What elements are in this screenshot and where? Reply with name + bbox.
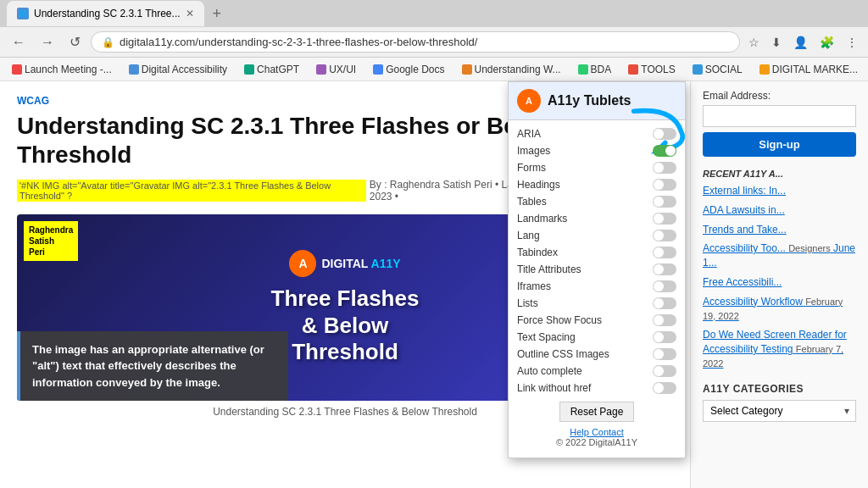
title-attr-toggle[interactable] xyxy=(653,263,676,275)
tab-close-button[interactable]: ✕ xyxy=(186,8,194,19)
forward-button[interactable]: → xyxy=(36,31,59,53)
category-select[interactable]: Select Category xyxy=(703,400,856,422)
lock-icon: 🔒 xyxy=(102,36,114,48)
popup-images-label: Images xyxy=(517,145,550,157)
signup-button[interactable]: Sign-up xyxy=(703,132,856,157)
text-spacing-toggle[interactable] xyxy=(653,331,676,343)
reset-page-button[interactable]: Reset Page xyxy=(559,402,635,422)
bookmark-tools-label: TOOLS xyxy=(641,64,675,75)
tab-bar: 🌐 Understanding SC 2.3.1 Three... ✕ + xyxy=(0,0,868,27)
bookmark-digitalmarket-label: DIGITAL MARKE... xyxy=(772,64,858,75)
tables-toggle[interactable] xyxy=(653,196,676,208)
bookmark-chatgpt[interactable]: ChatGPT xyxy=(239,62,304,77)
sidebar-link-free[interactable]: Free Accessibili... xyxy=(703,275,856,290)
popup-item-link-no-href: Link without href xyxy=(517,380,676,396)
nav-icons: ☆ ⬇ 👤 🧩 ⋮ xyxy=(745,32,861,53)
popup-item-lists: Lists xyxy=(517,295,676,312)
sidebar-link-screenreader[interactable]: Do We Need Screen Reader for Accessibili… xyxy=(703,328,856,370)
ux-icon xyxy=(316,64,326,75)
popup-headings-label: Headings xyxy=(517,179,560,191)
popup-item-headings: Headings xyxy=(517,176,676,193)
bookmark-digital-label: Digital Accessibility xyxy=(142,64,227,75)
author-overlay: Raghendra Satish Peri xyxy=(24,221,78,261)
popup-landmarks-label: Landmarks xyxy=(517,213,567,225)
link-no-href-toggle[interactable] xyxy=(653,382,676,394)
popup-lang-label: Lang xyxy=(517,230,540,241)
bookmark-a11y[interactable]: Understanding W... xyxy=(457,62,566,77)
digital-icon xyxy=(129,64,139,75)
popup-item-autocomplete: Auto complete xyxy=(517,363,676,380)
sidebar-link-tools[interactable]: Accessibility Too... Designers June 1... xyxy=(703,241,856,270)
image-title-line2: & Below xyxy=(271,313,420,339)
main-content: WCAG Understanding SC 2.3.1 Three Flashe… xyxy=(0,81,868,488)
extension-button[interactable]: 🧩 xyxy=(816,32,837,53)
bookmark-digitalmarket[interactable]: DIGITAL MARKE... xyxy=(754,62,863,77)
download-icon[interactable]: ⬇ xyxy=(768,32,785,53)
popup-header: A A11y Tublets xyxy=(509,82,685,120)
lists-toggle[interactable] xyxy=(653,297,676,309)
url-text: digitala11y.com/understanding-sc-2-3-1-t… xyxy=(120,36,477,48)
forms-toggle[interactable] xyxy=(653,162,676,174)
popup-item-title-attr: Title Attributes xyxy=(517,261,676,278)
lang-toggle[interactable] xyxy=(653,230,676,241)
profile-button[interactable]: 👤 xyxy=(790,32,811,53)
bda-icon xyxy=(578,64,588,75)
headings-toggle[interactable] xyxy=(653,179,676,191)
popup-item-outline-css: Outline CSS Images xyxy=(517,346,676,363)
menu-button[interactable]: ⋮ xyxy=(843,32,861,53)
bookmark-z[interactable]: Launch Meeting -... xyxy=(7,62,117,77)
address-bar[interactable]: 🔒 digitala11y.com/understanding-sc-2-3-1… xyxy=(91,31,740,53)
bookmark-google[interactable]: Google Docs xyxy=(368,62,449,77)
bookmark-button[interactable]: ☆ xyxy=(745,32,763,53)
popup-text-spacing-label: Text Spacing xyxy=(517,331,576,343)
popup-iframes-label: Iframes xyxy=(517,280,551,292)
force-focus-toggle[interactable] xyxy=(653,314,676,326)
bookmark-ux[interactable]: UX/UI xyxy=(311,62,361,77)
tab-favicon: 🌐 xyxy=(17,8,29,19)
images-toggle[interactable] xyxy=(653,145,676,157)
bookmark-a11y-label: Understanding W... xyxy=(475,64,561,75)
navigation-bar: ← → ↺ 🔒 digitala11y.com/understanding-sc… xyxy=(0,27,868,58)
popup-link-no-href-label: Link without href xyxy=(517,382,591,394)
sidebar-link-trends[interactable]: Trends and Take... xyxy=(703,223,856,237)
popup-title: A11y Tublets xyxy=(548,93,631,108)
popup-logo: A xyxy=(517,89,541,113)
bookmark-ux-label: UX/UI xyxy=(329,64,356,75)
active-tab[interactable]: 🌐 Understanding SC 2.3.1 Three... ✕ xyxy=(7,1,204,26)
popup-logo-text: A xyxy=(526,96,532,106)
tabindex-toggle[interactable] xyxy=(653,247,676,258)
bookmark-digital[interactable]: Digital Accessibility xyxy=(124,62,232,77)
sidebar-link-external[interactable]: External links: In... xyxy=(703,184,856,198)
bookmark-bda[interactable]: BDA xyxy=(573,62,617,77)
new-tab-button[interactable]: + xyxy=(208,5,227,23)
popup-aria-label: ARIA xyxy=(517,128,541,140)
autocomplete-toggle[interactable] xyxy=(653,365,676,377)
bookmark-tools[interactable]: TOOLS xyxy=(623,62,680,77)
categories-title: A11Y CATEGORIES xyxy=(703,383,856,395)
reload-button[interactable]: ↺ xyxy=(64,30,86,53)
popup-autocomplete-label: Auto complete xyxy=(517,365,582,377)
chat-icon xyxy=(244,64,254,75)
popup-item-forms: Forms xyxy=(517,159,676,176)
popup-item-landmarks: Landmarks xyxy=(517,210,676,227)
sidebar-link-workflow[interactable]: Accessibility Workflow February 19, 2022 xyxy=(703,295,856,324)
back-button[interactable]: ← xyxy=(7,31,31,53)
aria-toggle[interactable] xyxy=(653,128,676,140)
google-icon xyxy=(373,64,383,75)
a11y-tublets-popup: A A11y Tublets ARIA Images Forms xyxy=(508,81,686,458)
alt-text-annotation: The image has an appropriate alternative… xyxy=(17,331,288,402)
popup-body: ARIA Images Forms Headings Tables Landma… xyxy=(509,120,685,458)
popup-item-force-focus: Force Show Focus xyxy=(517,312,676,329)
outline-css-toggle[interactable] xyxy=(653,348,676,360)
social-icon xyxy=(693,64,703,75)
email-input[interactable] xyxy=(703,105,856,127)
help-contact-link[interactable]: Help Contact xyxy=(570,427,624,437)
iframes-toggle[interactable] xyxy=(653,280,676,292)
bookmark-chatgpt-label: ChatGPT xyxy=(257,64,299,75)
bookmarks-bar: Launch Meeting -... Digital Accessibilit… xyxy=(0,58,868,81)
landmarks-toggle[interactable] xyxy=(653,213,676,225)
bookmark-bda-label: BDA xyxy=(591,64,612,75)
bookmark-social[interactable]: SOCIAL xyxy=(687,62,748,77)
popup-force-focus-label: Force Show Focus xyxy=(517,314,602,326)
sidebar-link-ada[interactable]: ADA Lawsuits in... xyxy=(703,203,856,218)
